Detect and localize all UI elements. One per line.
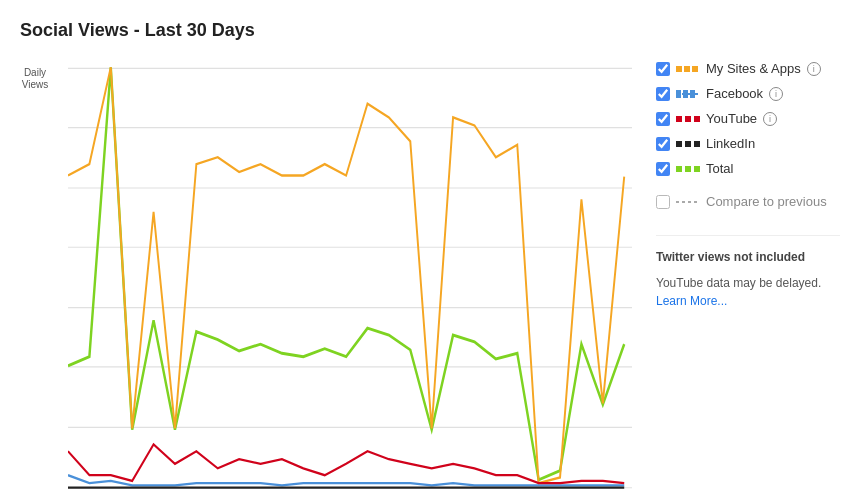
info-icon-youtube[interactable]: i — [763, 112, 777, 126]
svg-rect-35 — [685, 166, 691, 172]
legend-item-linkedin: LinkedIn — [656, 136, 840, 151]
svg-rect-0 — [68, 57, 632, 490]
info-icon-facebook[interactable]: i — [769, 87, 783, 101]
legend-checkbox-mysites[interactable] — [656, 62, 670, 76]
svg-rect-33 — [694, 141, 700, 147]
info-icon-mysites[interactable]: i — [807, 62, 821, 76]
legend-item-youtube: YouTube i — [656, 111, 840, 126]
legend-item-mysites: My Sites & Apps i — [656, 61, 840, 76]
legend-icon-youtube — [676, 112, 700, 126]
svg-rect-36 — [694, 166, 700, 172]
svg-rect-22 — [684, 66, 690, 72]
compare-label: Compare to previous — [706, 194, 827, 209]
legend-icon-mysites — [676, 62, 700, 76]
main-container: Social Views - Last 30 Days Daily Views — [0, 0, 860, 500]
y-axis-label: Daily Views — [10, 67, 60, 91]
legend-checkbox-youtube[interactable] — [656, 112, 670, 126]
svg-rect-32 — [685, 141, 691, 147]
legend-label-mysites: My Sites & Apps — [706, 61, 801, 76]
legend-checkbox-linkedin[interactable] — [656, 137, 670, 151]
svg-rect-28 — [676, 116, 682, 122]
chart-wrapper: Daily Views — [20, 57, 640, 490]
svg-rect-31 — [676, 141, 682, 147]
legend-panel: My Sites & Apps i Facebook i — [640, 57, 840, 490]
legend-item-total: Total — [656, 161, 840, 176]
svg-rect-34 — [676, 166, 682, 172]
compare-section: Compare to previous — [656, 194, 840, 209]
notes-section: Twitter views not included YouTube data … — [656, 235, 840, 310]
legend-checkbox-facebook[interactable] — [656, 87, 670, 101]
chart-area: Daily Views — [20, 57, 840, 490]
chart-svg: 175 150 125 100 75 50 25 0 06/6 06/13 06… — [68, 57, 632, 490]
legend-icon-linkedin — [676, 137, 700, 151]
legend-icon-total — [676, 162, 700, 176]
chart-inner: 175 150 125 100 75 50 25 0 06/6 06/13 06… — [68, 57, 632, 490]
legend-label-linkedin: LinkedIn — [706, 136, 755, 151]
legend-label-total: Total — [706, 161, 733, 176]
compare-icon — [676, 195, 700, 209]
svg-rect-29 — [685, 116, 691, 122]
legend-label-facebook: Facebook — [706, 86, 763, 101]
twitter-note: Twitter views not included — [656, 248, 840, 266]
legend-item-facebook: Facebook i — [656, 86, 840, 101]
legend-icon-facebook — [676, 87, 700, 101]
legend-label-youtube: YouTube — [706, 111, 757, 126]
svg-rect-30 — [694, 116, 700, 122]
svg-rect-21 — [676, 66, 682, 72]
svg-rect-23 — [692, 66, 698, 72]
legend-checkbox-total[interactable] — [656, 162, 670, 176]
youtube-note: YouTube data may be delayed. Learn More.… — [656, 274, 840, 310]
learn-more-link[interactable]: Learn More... — [656, 294, 727, 308]
page-title: Social Views - Last 30 Days — [20, 20, 840, 41]
compare-checkbox[interactable] — [656, 195, 670, 209]
